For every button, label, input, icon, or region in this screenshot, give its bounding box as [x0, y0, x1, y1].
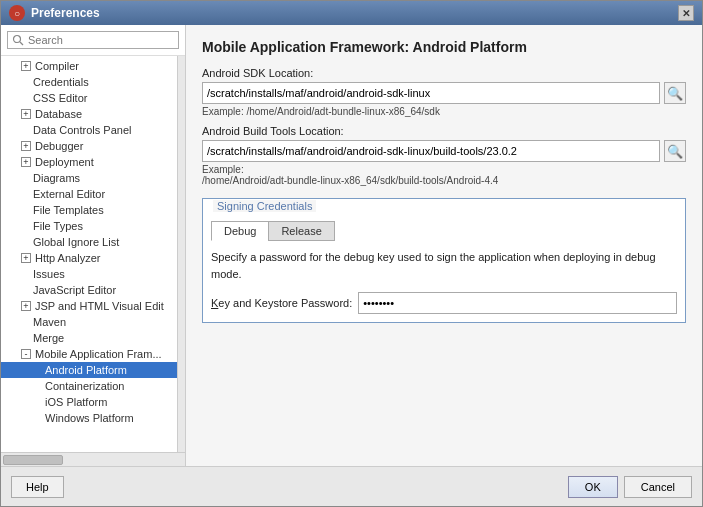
sdk-input-row: 🔍	[202, 82, 686, 104]
signing-credentials-group: Signing Credentials Debug Release Specif…	[202, 198, 686, 323]
sidebar-item-maven[interactable]: Maven	[1, 314, 177, 330]
close-button[interactable]: ✕	[678, 5, 694, 21]
sidebar-item-data-controls[interactable]: Data Controls Panel	[1, 122, 177, 138]
sidebar-item-http-analyzer[interactable]: + Http Analyzer	[1, 250, 177, 266]
signing-credentials-legend: Signing Credentials	[213, 200, 316, 212]
tab-debug[interactable]: Debug	[211, 221, 268, 241]
sidebar-item-jsp-html[interactable]: + JSP and HTML Visual Edit	[1, 298, 177, 314]
sidebar-item-label: Data Controls Panel	[33, 124, 131, 136]
main-content: + Compiler Credentials CSS Editor + Data…	[1, 25, 702, 466]
build-tools-example: Example:/home/Android/adt-bundle-linux-x…	[202, 164, 686, 186]
expand-icon[interactable]: -	[21, 349, 31, 359]
sidebar-item-label: CSS Editor	[33, 92, 87, 104]
sidebar-item-label: Compiler	[35, 60, 79, 72]
sidebar-item-javascript-editor[interactable]: JavaScript Editor	[1, 282, 177, 298]
ok-button[interactable]: OK	[568, 476, 618, 498]
svg-line-1	[20, 42, 23, 45]
help-button[interactable]: Help	[11, 476, 64, 498]
magnifier-icon: 🔍	[667, 86, 683, 101]
tab-debug-content: Specify a password for the debug key use…	[211, 249, 677, 314]
sidebar-item-label: Containerization	[45, 380, 125, 392]
build-tools-input-row: 🔍	[202, 140, 686, 162]
sidebar-item-external-editor[interactable]: External Editor	[1, 186, 177, 202]
app-icon: ○	[9, 5, 25, 21]
tab-release[interactable]: Release	[268, 221, 334, 241]
sidebar-item-label: JavaScript Editor	[33, 284, 116, 296]
tab-bar: Debug Release	[211, 221, 677, 241]
sidebar-item-ios-platform[interactable]: iOS Platform	[1, 394, 177, 410]
build-tools-input[interactable]	[202, 140, 660, 162]
sidebar-item-label: Issues	[33, 268, 65, 280]
expand-icon[interactable]: +	[21, 61, 31, 71]
sdk-input[interactable]	[202, 82, 660, 104]
vertical-scrollbar[interactable]	[177, 56, 185, 452]
build-tools-label: Android Build Tools Location:	[202, 125, 686, 137]
content-panel: Mobile Application Framework: Android Pl…	[186, 25, 702, 466]
dialog-title: Preferences	[31, 6, 100, 20]
sidebar-item-debugger[interactable]: + Debugger	[1, 138, 177, 154]
cancel-button[interactable]: Cancel	[624, 476, 692, 498]
search-input-wrapper[interactable]	[7, 31, 179, 49]
sidebar-item-label: Diagrams	[33, 172, 80, 184]
tree-list: + Compiler Credentials CSS Editor + Data…	[1, 56, 177, 452]
sidebar-item-merge[interactable]: Merge	[1, 330, 177, 346]
sidebar-item-css-editor[interactable]: CSS Editor	[1, 90, 177, 106]
sidebar-item-label: Http Analyzer	[35, 252, 100, 264]
sidebar-item-windows-platform[interactable]: Windows Platform	[1, 410, 177, 426]
sidebar-item-global-ignore[interactable]: Global Ignore List	[1, 234, 177, 250]
title-bar-left: ○ Preferences	[9, 5, 100, 21]
sidebar-item-label: Mobile Application Fram...	[35, 348, 162, 360]
expand-icon[interactable]: +	[21, 157, 31, 167]
magnifier-icon: 🔍	[667, 144, 683, 159]
svg-point-0	[14, 36, 21, 43]
search-input[interactable]	[28, 34, 174, 46]
sidebar-item-credentials[interactable]: Credentials	[1, 74, 177, 90]
expand-icon[interactable]: +	[21, 301, 31, 311]
sidebar-item-label: File Templates	[33, 204, 104, 216]
debug-description: Specify a password for the debug key use…	[211, 251, 656, 280]
build-tools-browse-button[interactable]: 🔍	[664, 140, 686, 162]
sidebar-item-label: Android Platform	[45, 364, 127, 376]
expand-icon[interactable]: +	[21, 253, 31, 263]
sidebar: + Compiler Credentials CSS Editor + Data…	[1, 25, 186, 466]
sidebar-item-database[interactable]: + Database	[1, 106, 177, 122]
sidebar-item-label: Maven	[33, 316, 66, 328]
expand-icon[interactable]: +	[21, 141, 31, 151]
sidebar-item-label: Deployment	[35, 156, 94, 168]
sidebar-item-label: iOS Platform	[45, 396, 107, 408]
sidebar-item-containerization[interactable]: Containerization	[1, 378, 177, 394]
sidebar-item-deployment[interactable]: + Deployment	[1, 154, 177, 170]
sidebar-item-label: Merge	[33, 332, 64, 344]
sidebar-item-file-templates[interactable]: File Templates	[1, 202, 177, 218]
sidebar-item-diagrams[interactable]: Diagrams	[1, 170, 177, 186]
sidebar-scroll-area: + Compiler Credentials CSS Editor + Data…	[1, 56, 185, 452]
sidebar-item-label: Debugger	[35, 140, 83, 152]
sidebar-item-label: Windows Platform	[45, 412, 134, 424]
key-password-label: Key and Keystore Password:	[211, 295, 352, 312]
key-password-input[interactable]	[358, 292, 677, 314]
expand-icon[interactable]: +	[21, 109, 31, 119]
horizontal-scrollbar[interactable]	[1, 452, 185, 466]
scroll-thumb-horizontal[interactable]	[3, 455, 63, 465]
sdk-label: Android SDK Location:	[202, 67, 686, 79]
sidebar-item-label: JSP and HTML Visual Edit	[35, 300, 164, 312]
sidebar-item-mobile-app-framework[interactable]: - Mobile Application Fram...	[1, 346, 177, 362]
panel-title: Mobile Application Framework: Android Pl…	[202, 39, 686, 55]
sidebar-item-label: Credentials	[33, 76, 89, 88]
sidebar-item-issues[interactable]: Issues	[1, 266, 177, 282]
sidebar-item-label: Global Ignore List	[33, 236, 119, 248]
tab-debug-label: Debug	[224, 225, 256, 237]
sidebar-item-label: File Types	[33, 220, 83, 232]
sidebar-item-label: Database	[35, 108, 82, 120]
sdk-example: Example: /home/Android/adt-bundle-linux-…	[202, 106, 686, 117]
tab-release-label: Release	[281, 225, 321, 237]
ok-cancel-buttons: OK Cancel	[568, 476, 692, 498]
sidebar-item-compiler[interactable]: + Compiler	[1, 58, 177, 74]
key-password-row: Key and Keystore Password:	[211, 292, 677, 314]
sidebar-item-android-platform[interactable]: Android Platform	[1, 362, 177, 378]
sdk-browse-button[interactable]: 🔍	[664, 82, 686, 104]
preferences-dialog: ○ Preferences ✕ + Compi	[0, 0, 703, 507]
search-icon	[12, 34, 24, 46]
sidebar-item-label: External Editor	[33, 188, 105, 200]
sidebar-item-file-types[interactable]: File Types	[1, 218, 177, 234]
